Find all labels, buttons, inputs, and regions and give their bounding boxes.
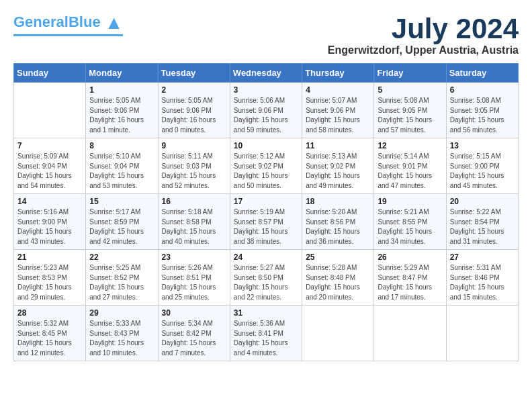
calendar-cell: 24Sunrise: 5:27 AM Sunset: 8:50 PM Dayli… xyxy=(230,250,302,306)
calendar-cell: 3Sunrise: 5:06 AM Sunset: 9:06 PM Daylig… xyxy=(230,83,302,138)
cell-content: Sunrise: 5:08 AM Sunset: 9:05 PM Dayligh… xyxy=(450,96,515,135)
cell-content: Sunrise: 5:21 AM Sunset: 8:55 PM Dayligh… xyxy=(378,208,442,246)
calendar-cell: 19Sunrise: 5:21 AM Sunset: 8:55 PM Dayli… xyxy=(374,194,446,250)
calendar-cell xyxy=(446,306,518,361)
cell-content: Sunrise: 5:23 AM Sunset: 8:53 PM Dayligh… xyxy=(17,263,82,302)
calendar-week-1: 1Sunrise: 5:05 AM Sunset: 9:06 PM Daylig… xyxy=(14,83,519,138)
calendar-cell: 18Sunrise: 5:20 AM Sunset: 8:56 PM Dayli… xyxy=(302,194,374,250)
calendar-cell: 13Sunrise: 5:15 AM Sunset: 9:00 PM Dayli… xyxy=(446,138,518,194)
cell-content: Sunrise: 5:10 AM Sunset: 9:04 PM Dayligh… xyxy=(89,152,154,191)
day-number: 11 xyxy=(306,141,370,150)
cell-content: Sunrise: 5:15 AM Sunset: 9:00 PM Dayligh… xyxy=(450,152,515,191)
day-number: 4 xyxy=(306,85,370,95)
logo-icon: ▲ xyxy=(105,12,124,33)
header-cell-wednesday: Wednesday xyxy=(230,64,302,83)
calendar-cell: 23Sunrise: 5:26 AM Sunset: 8:51 PM Dayli… xyxy=(158,250,230,306)
cell-content: Sunrise: 5:09 AM Sunset: 9:04 PM Dayligh… xyxy=(17,152,82,191)
day-number: 15 xyxy=(89,197,154,206)
calendar-cell xyxy=(14,83,86,138)
day-number: 1 xyxy=(89,85,154,95)
day-number: 23 xyxy=(162,253,226,262)
calendar-table: SundayMondayTuesdayWednesdayThursdayFrid… xyxy=(13,63,519,361)
calendar-cell: 15Sunrise: 5:17 AM Sunset: 8:59 PM Dayli… xyxy=(86,194,158,250)
calendar-cell: 6Sunrise: 5:08 AM Sunset: 9:05 PM Daylig… xyxy=(446,83,518,138)
cell-content: Sunrise: 5:13 AM Sunset: 9:02 PM Dayligh… xyxy=(306,152,370,191)
location: Engerwitzdorf, Upper Austria, Austria xyxy=(328,44,519,56)
calendar-cell: 4Sunrise: 5:07 AM Sunset: 9:06 PM Daylig… xyxy=(302,83,374,138)
logo-general: General xyxy=(13,13,69,30)
day-number: 20 xyxy=(450,197,515,206)
day-number: 10 xyxy=(234,141,298,150)
header-cell-saturday: Saturday xyxy=(446,64,518,83)
calendar-cell: 25Sunrise: 5:28 AM Sunset: 8:48 PM Dayli… xyxy=(302,250,374,306)
calendar-cell: 27Sunrise: 5:31 AM Sunset: 8:46 PM Dayli… xyxy=(446,250,518,306)
cell-content: Sunrise: 5:17 AM Sunset: 8:59 PM Dayligh… xyxy=(89,208,154,246)
day-number: 2 xyxy=(162,85,226,95)
logo-underline xyxy=(13,34,123,36)
cell-content: Sunrise: 5:16 AM Sunset: 9:00 PM Dayligh… xyxy=(17,208,82,246)
logo: GeneralBlue ▲ xyxy=(13,13,123,36)
calendar-cell: 8Sunrise: 5:10 AM Sunset: 9:04 PM Daylig… xyxy=(86,138,158,194)
calendar-cell: 1Sunrise: 5:05 AM Sunset: 9:06 PM Daylig… xyxy=(86,83,158,138)
calendar-cell: 20Sunrise: 5:22 AM Sunset: 8:54 PM Dayli… xyxy=(446,194,518,250)
logo-text: GeneralBlue ▲ xyxy=(13,13,123,32)
day-number: 8 xyxy=(89,141,154,150)
calendar-cell: 26Sunrise: 5:29 AM Sunset: 8:47 PM Dayli… xyxy=(374,250,446,306)
cell-content: Sunrise: 5:20 AM Sunset: 8:56 PM Dayligh… xyxy=(306,208,370,246)
day-number: 22 xyxy=(89,253,154,262)
day-number: 16 xyxy=(162,197,226,206)
day-number: 24 xyxy=(234,253,298,262)
calendar-cell: 17Sunrise: 5:19 AM Sunset: 8:57 PM Dayli… xyxy=(230,194,302,250)
day-number: 18 xyxy=(306,197,370,206)
day-number: 26 xyxy=(378,253,442,262)
cell-content: Sunrise: 5:18 AM Sunset: 8:58 PM Dayligh… xyxy=(162,208,226,246)
calendar-cell: 30Sunrise: 5:34 AM Sunset: 8:42 PM Dayli… xyxy=(158,306,230,361)
day-number: 13 xyxy=(450,141,515,150)
cell-content: Sunrise: 5:25 AM Sunset: 8:52 PM Dayligh… xyxy=(89,263,154,302)
calendar-week-5: 28Sunrise: 5:32 AM Sunset: 8:45 PM Dayli… xyxy=(14,306,519,361)
calendar-cell: 9Sunrise: 5:11 AM Sunset: 9:03 PM Daylig… xyxy=(158,138,230,194)
header-cell-tuesday: Tuesday xyxy=(158,64,230,83)
day-number: 17 xyxy=(234,197,298,206)
day-number: 30 xyxy=(162,308,226,318)
calendar-cell: 7Sunrise: 5:09 AM Sunset: 9:04 PM Daylig… xyxy=(14,138,86,194)
cell-content: Sunrise: 5:05 AM Sunset: 9:06 PM Dayligh… xyxy=(162,96,226,135)
calendar-cell xyxy=(302,306,374,361)
calendar-week-2: 7Sunrise: 5:09 AM Sunset: 9:04 PM Daylig… xyxy=(14,138,519,194)
header-cell-thursday: Thursday xyxy=(302,64,374,83)
calendar-cell: 5Sunrise: 5:08 AM Sunset: 9:05 PM Daylig… xyxy=(374,83,446,138)
cell-content: Sunrise: 5:11 AM Sunset: 9:03 PM Dayligh… xyxy=(162,152,226,191)
day-number: 6 xyxy=(450,85,515,95)
day-number: 7 xyxy=(17,141,82,150)
cell-content: Sunrise: 5:36 AM Sunset: 8:41 PM Dayligh… xyxy=(234,319,298,358)
calendar-header: SundayMondayTuesdayWednesdayThursdayFrid… xyxy=(14,64,519,83)
cell-content: Sunrise: 5:19 AM Sunset: 8:57 PM Dayligh… xyxy=(234,208,298,246)
calendar-cell: 12Sunrise: 5:14 AM Sunset: 9:01 PM Dayli… xyxy=(374,138,446,194)
calendar-cell: 31Sunrise: 5:36 AM Sunset: 8:41 PM Dayli… xyxy=(230,306,302,361)
day-number: 9 xyxy=(162,141,226,150)
day-number: 14 xyxy=(17,197,82,206)
calendar-cell: 21Sunrise: 5:23 AM Sunset: 8:53 PM Dayli… xyxy=(14,250,86,306)
calendar-week-4: 21Sunrise: 5:23 AM Sunset: 8:53 PM Dayli… xyxy=(14,250,519,306)
calendar-cell: 22Sunrise: 5:25 AM Sunset: 8:52 PM Dayli… xyxy=(86,250,158,306)
calendar-cell: 28Sunrise: 5:32 AM Sunset: 8:45 PM Dayli… xyxy=(14,306,86,361)
cell-content: Sunrise: 5:33 AM Sunset: 8:43 PM Dayligh… xyxy=(89,319,154,358)
day-number: 25 xyxy=(306,253,370,262)
cell-content: Sunrise: 5:12 AM Sunset: 9:02 PM Dayligh… xyxy=(234,152,298,191)
cell-content: Sunrise: 5:31 AM Sunset: 8:46 PM Dayligh… xyxy=(450,263,515,302)
cell-content: Sunrise: 5:14 AM Sunset: 9:01 PM Dayligh… xyxy=(378,152,442,191)
cell-content: Sunrise: 5:06 AM Sunset: 9:06 PM Dayligh… xyxy=(234,96,298,135)
cell-content: Sunrise: 5:22 AM Sunset: 8:54 PM Dayligh… xyxy=(450,208,515,246)
calendar-cell: 29Sunrise: 5:33 AM Sunset: 8:43 PM Dayli… xyxy=(86,306,158,361)
calendar-cell: 11Sunrise: 5:13 AM Sunset: 9:02 PM Dayli… xyxy=(302,138,374,194)
day-number: 31 xyxy=(234,308,298,318)
day-number: 12 xyxy=(378,141,442,150)
cell-content: Sunrise: 5:32 AM Sunset: 8:45 PM Dayligh… xyxy=(17,319,82,358)
calendar-body: 1Sunrise: 5:05 AM Sunset: 9:06 PM Daylig… xyxy=(14,83,519,361)
calendar-cell: 14Sunrise: 5:16 AM Sunset: 9:00 PM Dayli… xyxy=(14,194,86,250)
title-block: July 2024 Engerwitzdorf, Upper Austria, … xyxy=(328,13,519,56)
header-cell-sunday: Sunday xyxy=(14,64,86,83)
day-number: 29 xyxy=(89,308,154,318)
cell-content: Sunrise: 5:07 AM Sunset: 9:06 PM Dayligh… xyxy=(306,96,370,135)
day-number: 21 xyxy=(17,253,82,262)
